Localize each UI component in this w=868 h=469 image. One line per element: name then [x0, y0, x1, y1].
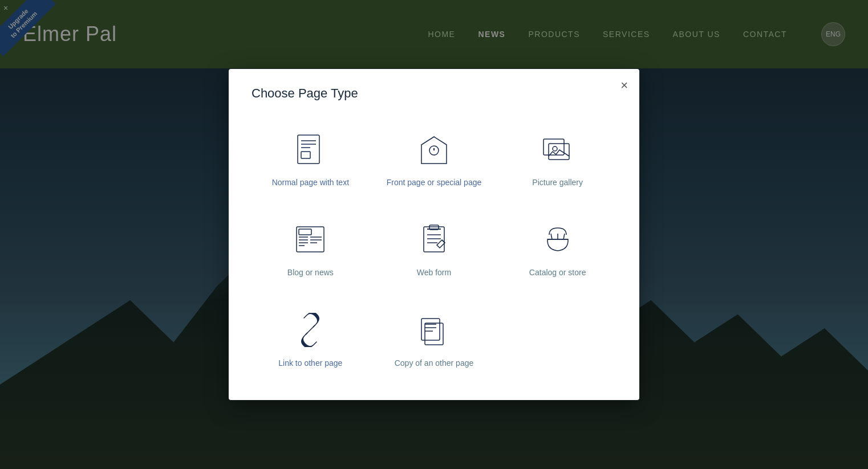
front-page-label: Front page or special page	[387, 177, 482, 189]
page-type-front-page[interactable]: Front page or special page	[375, 118, 493, 197]
page-type-catalog-store[interactable]: Catalog or store	[498, 208, 616, 287]
svg-rect-29	[421, 319, 440, 340]
front-page-icon	[414, 129, 454, 169]
svg-rect-9	[297, 227, 324, 252]
link-page-label: Link to other page	[278, 358, 342, 369]
svg-rect-10	[299, 229, 311, 235]
normal-page-icon	[290, 129, 330, 169]
modal-title: Choose Page Type	[252, 86, 616, 101]
svg-rect-4	[301, 152, 310, 158]
blog-news-label: Blog or news	[287, 267, 334, 279]
picture-gallery-label: Picture gallery	[532, 177, 583, 189]
svg-point-8	[553, 146, 557, 151]
page-type-web-form[interactable]: Web form	[375, 208, 493, 287]
page-type-blog-news[interactable]: Blog or news	[252, 208, 370, 287]
svg-rect-0	[298, 135, 319, 164]
web-form-icon	[414, 219, 454, 259]
page-type-link-page[interactable]: Link to other page	[252, 299, 370, 378]
catalog-store-label: Catalog or store	[529, 267, 586, 279]
page-type-normal-page[interactable]: Normal page with text	[252, 118, 370, 197]
link-page-icon	[290, 310, 330, 350]
choose-page-type-modal: Choose Page Type × Normal page with text	[229, 69, 639, 401]
svg-rect-7	[549, 144, 569, 160]
modal-close-button[interactable]: ×	[620, 79, 628, 92]
catalog-store-icon	[538, 219, 578, 259]
page-type-copy-page[interactable]: Copy of an other page	[375, 299, 493, 378]
blog-news-icon	[290, 219, 330, 259]
page-type-picture-gallery[interactable]: Picture gallery	[498, 118, 616, 197]
normal-page-label: Normal page with text	[272, 177, 349, 189]
web-form-label: Web form	[417, 267, 451, 279]
copy-page-label: Copy of an other page	[395, 358, 474, 369]
modal-backdrop: Choose Page Type × Normal page with text	[0, 0, 868, 469]
svg-line-27	[306, 325, 315, 335]
page-type-grid: Normal page with text Front page or spec…	[252, 118, 616, 378]
svg-rect-28	[425, 323, 443, 345]
picture-gallery-icon	[538, 129, 578, 169]
svg-rect-18	[424, 227, 444, 252]
copy-page-icon	[414, 310, 454, 350]
